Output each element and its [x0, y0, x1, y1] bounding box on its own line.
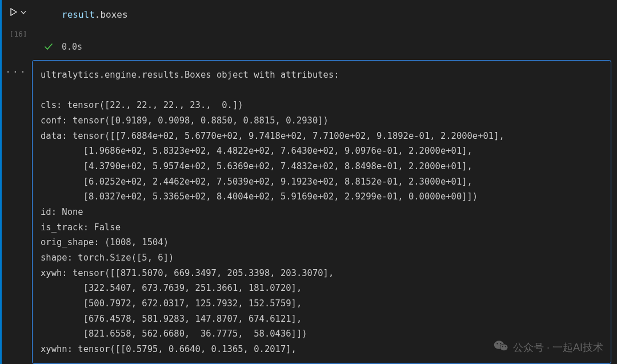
- cell-output: ultralytics.engine.results.Boxes object …: [32, 60, 611, 364]
- cell-status: 0.0s: [0, 42, 617, 60]
- success-check-icon: [43, 42, 54, 52]
- output-wrapper: ··· ultralytics.engine.results.Boxes obj…: [0, 60, 617, 364]
- execution-time: 0.0s: [62, 42, 82, 52]
- watermark-label: 公众号 · 一起AI技术: [513, 341, 603, 354]
- run-cell-button[interactable]: [10, 7, 26, 17]
- code-token-object: result: [62, 9, 95, 20]
- output-collapse-button[interactable]: ···: [0, 60, 32, 364]
- cell-input-area: [16] result.boxes: [0, 0, 617, 42]
- code-editor[interactable]: result.boxes: [37, 5, 617, 26]
- execution-count: [16]: [9, 30, 27, 38]
- run-dropdown-icon[interactable]: [21, 7, 26, 17]
- cell-active-marker: [0, 0, 2, 364]
- svg-point-4: [500, 343, 501, 344]
- svg-point-3: [496, 343, 498, 344]
- svg-point-6: [505, 346, 506, 347]
- watermark: 公众号 · 一起AI技术: [494, 339, 603, 355]
- code-token-property: .boxes: [95, 9, 128, 20]
- wechat-icon: [494, 339, 508, 355]
- cell-gutter: [16]: [0, 5, 37, 38]
- svg-point-2: [500, 344, 508, 350]
- svg-point-5: [502, 346, 503, 347]
